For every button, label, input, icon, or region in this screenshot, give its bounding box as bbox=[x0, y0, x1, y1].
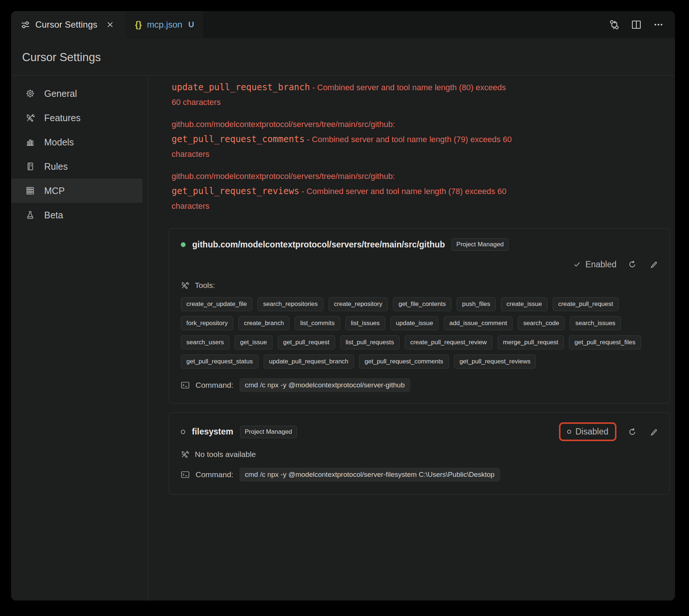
mcp-server-card-github: github.com/modelcontextprotocol/servers/… bbox=[169, 228, 670, 404]
server-status-dot-enabled bbox=[181, 242, 186, 247]
server-name: github.com/modelcontextprotocol/servers/… bbox=[192, 240, 445, 250]
tool-chip: get_pull_request bbox=[278, 335, 335, 349]
server-stack-icon bbox=[26, 186, 35, 195]
tool-chip: list_commits bbox=[295, 316, 340, 330]
error-message: github.com/modelcontextprotocol/servers/… bbox=[172, 169, 514, 214]
sliders-icon bbox=[21, 20, 30, 29]
tool-chip: create_issue bbox=[501, 297, 547, 311]
tab-mcp-json[interactable]: {} mcp.json U bbox=[125, 11, 204, 38]
command-label: Command: bbox=[196, 470, 233, 479]
sidebar-item-mcp[interactable]: MCP bbox=[11, 179, 143, 203]
error-message: update_pull_request_branch - Combined se… bbox=[172, 80, 514, 110]
sidebar-item-label: MCP bbox=[44, 186, 65, 196]
tab-cursor-settings[interactable]: Cursor Settings bbox=[11, 11, 125, 38]
page-title: Cursor Settings bbox=[22, 51, 675, 64]
tool-chip: update_pull_request_branch bbox=[264, 355, 354, 369]
tool-chip: create_branch bbox=[238, 316, 289, 330]
disabled-toggle[interactable]: Disabled bbox=[567, 427, 609, 437]
tool-chip: merge_pull_request bbox=[498, 335, 564, 349]
tool-chip: create_or_update_file bbox=[181, 297, 252, 311]
tools-label: Tools: bbox=[195, 281, 215, 290]
settings-sidebar: General Features Models bbox=[11, 75, 148, 601]
terminal-icon bbox=[181, 381, 190, 390]
error-message: github.com/modelcontextprotocol/servers/… bbox=[172, 117, 514, 162]
sidebar-item-general[interactable]: General bbox=[11, 81, 143, 106]
sidebar-item-label: Features bbox=[44, 113, 81, 123]
enabled-toggle[interactable]: Enabled bbox=[573, 260, 616, 270]
disabled-highlight-box: Disabled bbox=[559, 422, 617, 441]
tools-icon bbox=[181, 281, 189, 289]
tool-chip: search_issues bbox=[570, 316, 621, 330]
circle-icon bbox=[567, 430, 571, 434]
mcp-settings-panel: update_pull_request_branch - Combined se… bbox=[148, 75, 675, 601]
json-icon: {} bbox=[135, 20, 142, 30]
tool-chip: add_issue_comment bbox=[444, 316, 513, 330]
tool-chip: create_pull_request_review bbox=[405, 335, 492, 349]
mcp-server-card-filesystem: filesystem Project Managed Disabled bbox=[169, 412, 670, 494]
tab-label: Cursor Settings bbox=[35, 20, 97, 30]
sidebar-item-rules[interactable]: Rules bbox=[11, 154, 143, 179]
tool-chip: get_file_contents bbox=[393, 297, 451, 311]
server-status-dot-disabled bbox=[181, 430, 185, 434]
refresh-icon[interactable] bbox=[627, 259, 638, 270]
project-managed-badge: Project Managed bbox=[240, 426, 297, 438]
editor-actions bbox=[609, 11, 675, 38]
tool-chip: list_pull_requests bbox=[340, 335, 400, 349]
notebook-icon bbox=[26, 162, 35, 171]
page-header: Cursor Settings bbox=[11, 38, 675, 75]
tool-chip: get_pull_request_files bbox=[569, 335, 641, 349]
git-compare-icon[interactable] bbox=[609, 19, 620, 30]
tool-chip: get_pull_request_status bbox=[181, 355, 259, 369]
refresh-icon[interactable] bbox=[627, 426, 638, 437]
tool-chip: list_issues bbox=[345, 316, 385, 330]
command-label: Command: bbox=[196, 381, 233, 390]
more-actions-icon[interactable] bbox=[653, 19, 664, 30]
sidebar-item-label: Beta bbox=[44, 210, 63, 221]
edit-pencil-icon[interactable] bbox=[648, 426, 659, 437]
tools-icon bbox=[26, 113, 35, 122]
tool-chip: update_issue bbox=[390, 316, 439, 330]
tools-icon bbox=[181, 450, 189, 458]
sidebar-item-features[interactable]: Features bbox=[11, 106, 143, 130]
tool-chip-list: create_or_update_filesearch_repositories… bbox=[181, 297, 659, 369]
tool-chip: create_pull_request bbox=[553, 297, 619, 311]
terminal-icon bbox=[181, 470, 190, 479]
tool-chip: search_repositories bbox=[257, 297, 323, 311]
tool-chip: create_repository bbox=[328, 297, 388, 311]
command-value: cmd /c npx -y @modelcontextprotocol/serv… bbox=[239, 468, 500, 482]
split-editor-icon[interactable] bbox=[631, 19, 642, 30]
git-status-untracked: U bbox=[188, 20, 194, 29]
sidebar-item-models[interactable]: Models bbox=[11, 130, 143, 154]
tool-chip: search_code bbox=[518, 316, 565, 330]
tool-chip: push_files bbox=[457, 297, 496, 311]
project-managed-badge: Project Managed bbox=[451, 238, 509, 251]
error-list: update_pull_request_branch - Combined se… bbox=[172, 80, 514, 214]
tool-chip: get_pull_request_reviews bbox=[454, 355, 536, 369]
tab-bar: Cursor Settings {} mcp.json U bbox=[11, 11, 675, 38]
tool-chip: fork_repository bbox=[181, 316, 233, 330]
tool-chip: search_users bbox=[181, 335, 229, 349]
check-icon bbox=[573, 260, 581, 268]
no-tools-label: No tools available bbox=[195, 450, 256, 459]
sidebar-item-label: General bbox=[44, 88, 77, 99]
gear-icon bbox=[26, 89, 35, 98]
sidebar-item-beta[interactable]: Beta bbox=[11, 203, 143, 227]
command-value: cmd /c npx -y @modelcontextprotocol/serv… bbox=[239, 378, 410, 392]
server-name: filesystem bbox=[192, 427, 233, 437]
tool-chip: get_pull_request_comments bbox=[359, 355, 449, 369]
editor-window: Cursor Settings {} mcp.json U bbox=[11, 11, 675, 601]
bar-chart-icon bbox=[26, 138, 35, 147]
tab-label: mcp.json bbox=[147, 20, 182, 30]
sidebar-item-label: Rules bbox=[44, 161, 68, 172]
beaker-icon bbox=[26, 211, 35, 219]
edit-pencil-icon[interactable] bbox=[648, 259, 659, 270]
tool-chip: get_issue bbox=[235, 335, 273, 349]
close-icon[interactable] bbox=[105, 19, 116, 30]
sidebar-item-label: Models bbox=[44, 137, 74, 148]
